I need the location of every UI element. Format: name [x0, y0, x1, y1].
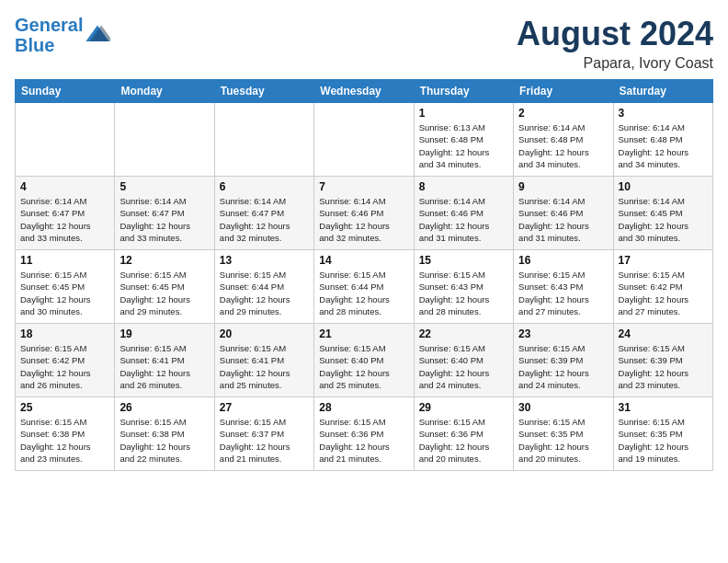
- day-number: 15: [419, 254, 508, 267]
- day-info: Sunrise: 6:15 AM Sunset: 6:44 PM Dayligh…: [319, 269, 408, 317]
- day-number: 29: [419, 401, 508, 414]
- day-info: Sunrise: 6:14 AM Sunset: 6:47 PM Dayligh…: [220, 195, 309, 244]
- day-info: Sunrise: 6:15 AM Sunset: 6:40 PM Dayligh…: [319, 342, 408, 391]
- calendar-week-2: 4Sunrise: 6:14 AM Sunset: 6:47 PM Daylig…: [16, 177, 713, 250]
- day-number: 4: [20, 180, 109, 193]
- calendar-cell: 15Sunrise: 6:15 AM Sunset: 6:43 PM Dayli…: [414, 250, 513, 324]
- calendar-body: 1Sunrise: 6:13 AM Sunset: 6:48 PM Daylig…: [16, 103, 713, 471]
- day-info: Sunrise: 6:14 AM Sunset: 6:48 PM Dayligh…: [619, 121, 708, 170]
- day-info: Sunrise: 6:15 AM Sunset: 6:39 PM Dayligh…: [518, 342, 608, 391]
- page-header: GeneralBlue August 2024 Papara, Ivory Co…: [15, 15, 713, 72]
- day-info: Sunrise: 6:15 AM Sunset: 6:41 PM Dayligh…: [220, 342, 309, 391]
- calendar-cell: [314, 103, 414, 177]
- calendar-cell: 23Sunrise: 6:15 AM Sunset: 6:39 PM Dayli…: [514, 324, 613, 397]
- day-number: 28: [319, 401, 408, 414]
- logo-icon: [85, 22, 110, 48]
- day-info: Sunrise: 6:13 AM Sunset: 6:48 PM Dayligh…: [419, 121, 508, 170]
- day-number: 9: [518, 180, 608, 193]
- day-number: 19: [119, 327, 209, 340]
- day-number: 11: [20, 254, 109, 267]
- day-header-wednesday: Wednesday: [314, 80, 414, 103]
- calendar-table: SundayMondayTuesdayWednesdayThursdayFrid…: [15, 79, 713, 471]
- calendar-cell: 29Sunrise: 6:15 AM Sunset: 6:36 PM Dayli…: [414, 397, 513, 471]
- day-info: Sunrise: 6:14 AM Sunset: 6:46 PM Dayligh…: [518, 195, 608, 244]
- calendar-cell: 10Sunrise: 6:14 AM Sunset: 6:45 PM Dayli…: [613, 177, 712, 250]
- calendar-cell: 8Sunrise: 6:14 AM Sunset: 6:46 PM Daylig…: [414, 177, 513, 250]
- day-info: Sunrise: 6:14 AM Sunset: 6:47 PM Dayligh…: [20, 195, 109, 244]
- day-number: 2: [518, 107, 608, 120]
- calendar-cell: 17Sunrise: 6:15 AM Sunset: 6:42 PM Dayli…: [613, 250, 712, 324]
- calendar-cell: 16Sunrise: 6:15 AM Sunset: 6:43 PM Dayli…: [514, 250, 613, 324]
- calendar-cell: [214, 103, 313, 177]
- calendar-cell: 24Sunrise: 6:15 AM Sunset: 6:39 PM Dayli…: [613, 324, 712, 397]
- day-number: 7: [319, 180, 408, 193]
- day-header-monday: Monday: [115, 80, 214, 103]
- calendar-cell: 5Sunrise: 6:14 AM Sunset: 6:47 PM Daylig…: [115, 177, 214, 250]
- calendar-cell: 12Sunrise: 6:15 AM Sunset: 6:45 PM Dayli…: [115, 250, 214, 324]
- day-info: Sunrise: 6:14 AM Sunset: 6:47 PM Dayligh…: [119, 195, 209, 244]
- calendar-cell: 3Sunrise: 6:14 AM Sunset: 6:48 PM Daylig…: [613, 103, 712, 177]
- logo: GeneralBlue: [15, 15, 110, 55]
- day-number: 10: [619, 180, 708, 193]
- day-number: 23: [518, 327, 608, 340]
- calendar-cell: 22Sunrise: 6:15 AM Sunset: 6:40 PM Dayli…: [414, 324, 513, 397]
- calendar-cell: 1Sunrise: 6:13 AM Sunset: 6:48 PM Daylig…: [414, 103, 513, 177]
- calendar-cell: [16, 103, 115, 177]
- day-number: 17: [619, 254, 708, 267]
- title-block: August 2024 Papara, Ivory Coast: [517, 15, 713, 72]
- day-header-saturday: Saturday: [613, 80, 712, 103]
- day-info: Sunrise: 6:14 AM Sunset: 6:46 PM Dayligh…: [419, 195, 508, 244]
- calendar-cell: [115, 103, 214, 177]
- day-info: Sunrise: 6:15 AM Sunset: 6:40 PM Dayligh…: [419, 342, 508, 391]
- day-number: 5: [119, 180, 209, 193]
- day-number: 1: [419, 107, 508, 120]
- day-info: Sunrise: 6:15 AM Sunset: 6:36 PM Dayligh…: [319, 416, 408, 465]
- day-info: Sunrise: 6:15 AM Sunset: 6:35 PM Dayligh…: [619, 416, 708, 465]
- day-number: 31: [619, 401, 708, 414]
- calendar-cell: 19Sunrise: 6:15 AM Sunset: 6:41 PM Dayli…: [115, 324, 214, 397]
- calendar-cell: 11Sunrise: 6:15 AM Sunset: 6:45 PM Dayli…: [16, 250, 115, 324]
- day-info: Sunrise: 6:14 AM Sunset: 6:48 PM Dayligh…: [518, 121, 608, 170]
- calendar-cell: 20Sunrise: 6:15 AM Sunset: 6:41 PM Dayli…: [214, 324, 313, 397]
- day-info: Sunrise: 6:14 AM Sunset: 6:45 PM Dayligh…: [619, 195, 708, 244]
- day-header-tuesday: Tuesday: [214, 80, 313, 103]
- day-info: Sunrise: 6:15 AM Sunset: 6:39 PM Dayligh…: [619, 342, 708, 391]
- calendar-subtitle: Papara, Ivory Coast: [517, 55, 713, 72]
- calendar-header-row: SundayMondayTuesdayWednesdayThursdayFrid…: [16, 80, 713, 103]
- calendar-week-4: 18Sunrise: 6:15 AM Sunset: 6:42 PM Dayli…: [16, 324, 713, 397]
- day-number: 8: [419, 180, 508, 193]
- calendar-cell: 4Sunrise: 6:14 AM Sunset: 6:47 PM Daylig…: [16, 177, 115, 250]
- calendar-cell: 28Sunrise: 6:15 AM Sunset: 6:36 PM Dayli…: [314, 397, 414, 471]
- calendar-cell: 21Sunrise: 6:15 AM Sunset: 6:40 PM Dayli…: [314, 324, 414, 397]
- day-number: 3: [619, 107, 708, 120]
- day-number: 25: [20, 401, 109, 414]
- day-info: Sunrise: 6:15 AM Sunset: 6:42 PM Dayligh…: [619, 269, 708, 317]
- calendar-cell: 6Sunrise: 6:14 AM Sunset: 6:47 PM Daylig…: [214, 177, 313, 250]
- calendar-cell: 14Sunrise: 6:15 AM Sunset: 6:44 PM Dayli…: [314, 250, 414, 324]
- day-header-friday: Friday: [514, 80, 613, 103]
- day-number: 30: [518, 401, 608, 414]
- day-info: Sunrise: 6:14 AM Sunset: 6:46 PM Dayligh…: [319, 195, 408, 244]
- calendar-cell: 30Sunrise: 6:15 AM Sunset: 6:35 PM Dayli…: [514, 397, 613, 471]
- day-number: 26: [119, 401, 209, 414]
- calendar-cell: 13Sunrise: 6:15 AM Sunset: 6:44 PM Dayli…: [214, 250, 313, 324]
- calendar-cell: 18Sunrise: 6:15 AM Sunset: 6:42 PM Dayli…: [16, 324, 115, 397]
- day-info: Sunrise: 6:15 AM Sunset: 6:45 PM Dayligh…: [119, 269, 209, 317]
- day-number: 27: [220, 401, 309, 414]
- calendar-week-5: 25Sunrise: 6:15 AM Sunset: 6:38 PM Dayli…: [16, 397, 713, 471]
- calendar-cell: 9Sunrise: 6:14 AM Sunset: 6:46 PM Daylig…: [514, 177, 613, 250]
- day-number: 20: [220, 327, 309, 340]
- day-info: Sunrise: 6:15 AM Sunset: 6:37 PM Dayligh…: [220, 416, 309, 465]
- day-info: Sunrise: 6:15 AM Sunset: 6:38 PM Dayligh…: [119, 416, 209, 465]
- day-header-sunday: Sunday: [16, 80, 115, 103]
- day-number: 22: [419, 327, 508, 340]
- calendar-cell: 26Sunrise: 6:15 AM Sunset: 6:38 PM Dayli…: [115, 397, 214, 471]
- calendar-cell: 2Sunrise: 6:14 AM Sunset: 6:48 PM Daylig…: [514, 103, 613, 177]
- day-number: 13: [220, 254, 309, 267]
- day-number: 24: [619, 327, 708, 340]
- day-number: 12: [119, 254, 209, 267]
- day-header-thursday: Thursday: [414, 80, 513, 103]
- day-info: Sunrise: 6:15 AM Sunset: 6:35 PM Dayligh…: [518, 416, 608, 465]
- day-info: Sunrise: 6:15 AM Sunset: 6:43 PM Dayligh…: [419, 269, 508, 317]
- day-info: Sunrise: 6:15 AM Sunset: 6:36 PM Dayligh…: [419, 416, 508, 465]
